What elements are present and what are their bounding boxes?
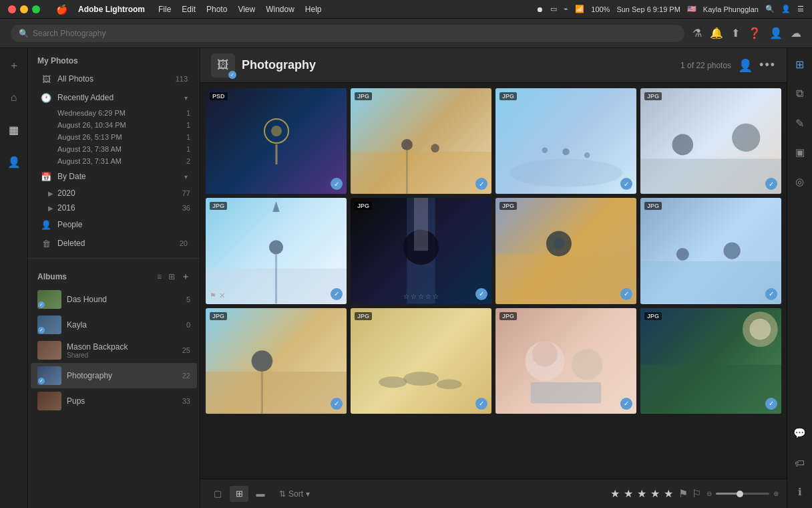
spotlight-icon[interactable]: 🔍	[765, 5, 775, 13]
star-2[interactable]: ★	[624, 487, 633, 500]
sort-button[interactable]: ⇅ Sort ▾	[275, 487, 314, 501]
flag-reject-btn[interactable]: ⚐	[692, 487, 701, 500]
photo-overlay-6	[495, 198, 636, 303]
albums-view-btns: ≡ ⊞	[155, 271, 177, 283]
sidebar-item-by-date[interactable]: 📅 By Date ▾	[31, 167, 197, 186]
maximize-button[interactable]	[32, 5, 40, 13]
recent-item-0[interactable]: Wednesday 6:29 PM 1	[28, 107, 200, 119]
zoom-thumb[interactable]	[737, 491, 743, 497]
photo-check-10[interactable]: ✓	[620, 398, 632, 410]
close-button[interactable]	[8, 5, 16, 13]
album-item-mason-backpack[interactable]: Mason Backpack Shared 25	[31, 338, 197, 363]
person-badge-icon[interactable]: 👤	[738, 58, 753, 73]
right-btn-redeye[interactable]: ◎	[791, 172, 809, 191]
right-btn-adjust[interactable]: ⊞	[791, 55, 809, 74]
share-icon[interactable]: ⬆	[731, 27, 740, 39]
sidebar-item-deleted[interactable]: 🗑 Deleted 20	[31, 234, 197, 253]
menu-view[interactable]: View	[238, 5, 255, 14]
photo-cell-11[interactable]: JPG ✓	[640, 308, 781, 414]
apple-icon[interactable]: 🍎	[56, 4, 67, 15]
rating-stars[interactable]: ★ ★ ★ ★ ★	[610, 487, 673, 500]
right-btn-tag[interactable]: 🏷	[791, 453, 809, 472]
photo-cell-4[interactable]: JPG ⚑ ✕ ✓	[206, 198, 347, 303]
recent-item-3[interactable]: August 23, 7:38 AM 1	[28, 143, 200, 155]
ellipsis-icon[interactable]: •••	[759, 58, 776, 72]
recent-item-4[interactable]: August 23, 7:31 AM 2	[28, 155, 200, 167]
right-btn-mask[interactable]: ▣	[791, 143, 809, 162]
photo-badge-6: JPG	[499, 202, 517, 210]
recent-count-3: 1	[186, 145, 190, 153]
recent-count-4: 2	[186, 157, 190, 165]
recent-item-1[interactable]: August 26, 10:34 PM 1	[28, 119, 200, 131]
photo-check-11[interactable]: ✓	[765, 398, 777, 410]
album-thumb-photography: ✓	[37, 366, 61, 385]
help-icon[interactable]: ❓	[748, 27, 761, 39]
photo-check-9[interactable]: ✓	[475, 398, 487, 410]
right-btn-heal[interactable]: ✎	[791, 114, 809, 132]
view-btn-detail[interactable]: ▬	[251, 486, 270, 502]
photo-cell-8[interactable]: JPG ✓	[206, 308, 347, 414]
menu-window[interactable]: Window	[266, 5, 294, 14]
cloud-icon[interactable]: ☁	[791, 27, 801, 39]
albums-add-button[interactable]: ＋	[181, 271, 190, 283]
photo-cell-0[interactable]: PSD ✓	[206, 88, 347, 194]
zoom-track[interactable]	[716, 493, 769, 495]
photo-badge-3: JPG	[644, 92, 662, 100]
album-item-photography[interactable]: ✓ Photography 22	[31, 363, 197, 388]
icon-sidebar: ＋ ⌂ ▦ 👤	[0, 48, 28, 508]
menu-file[interactable]: File	[158, 5, 171, 14]
sidebar-item-recently-added[interactable]: 🕐 Recently Added ▾	[31, 88, 197, 107]
photo-cell-3[interactable]: JPG ✓	[640, 88, 781, 194]
year-item-2016[interactable]: ▶ 2016 36	[28, 201, 200, 215]
right-btn-crop[interactable]: ⧉	[791, 84, 809, 103]
menu-help[interactable]: Help	[305, 5, 322, 14]
notification-icon[interactable]: 🔔	[710, 27, 723, 39]
photo-check-5[interactable]: ✓	[475, 288, 487, 300]
album-item-pups[interactable]: Pups 33	[31, 388, 197, 414]
albums-list-view[interactable]: ≡	[155, 271, 164, 283]
minimize-button[interactable]	[20, 5, 28, 13]
album-name-pups: Pups	[67, 396, 177, 406]
photo-check-7[interactable]: ✓	[765, 288, 777, 300]
right-btn-info[interactable]: ℹ	[791, 483, 809, 501]
photo-cell-2[interactable]: JPG ✓	[495, 88, 636, 194]
photo-cell-10[interactable]: JPG ✓	[495, 308, 636, 414]
view-btn-grid[interactable]: ⊞	[230, 486, 248, 502]
photo-cell-5[interactable]: JPG ☆ ☆ ☆ ☆ ☆ ✓	[351, 198, 491, 303]
sidebar-item-all-photos[interactable]: 🖼 All Photos 113	[31, 70, 197, 88]
profile-icon[interactable]: 👤	[781, 5, 791, 13]
right-btn-chat[interactable]: 💬	[791, 424, 809, 442]
albums-grid-view[interactable]: ⊞	[166, 271, 177, 283]
album-item-das-hound[interactable]: ✓ Das Hound 5	[31, 287, 197, 312]
people-icon-btn[interactable]: 👤	[3, 151, 25, 172]
photo-badge-7: JPG	[644, 202, 662, 210]
sidebar-item-people[interactable]: 👤 People	[31, 215, 197, 234]
recent-item-2[interactable]: August 26, 5:13 PM 1	[28, 131, 200, 143]
photo-check-8[interactable]: ✓	[331, 398, 343, 410]
photo-check-4[interactable]: ✓	[331, 288, 343, 300]
filter-icon[interactable]: ⚗	[692, 27, 702, 39]
home-icon-btn[interactable]: ⌂	[3, 87, 25, 108]
library-icon-btn[interactable]: ▦	[3, 119, 25, 140]
star-3[interactable]: ★	[637, 487, 646, 500]
year-item-2020[interactable]: ▶ 2020 77	[28, 186, 200, 201]
star-5[interactable]: ★	[664, 487, 673, 500]
photo-cell-1[interactable]: JPG ✓	[351, 88, 491, 194]
photo-check-6[interactable]: ✓	[620, 288, 632, 300]
photo-cell-9[interactable]: JPG ✓	[351, 308, 491, 414]
view-btn-single[interactable]: ▢	[208, 486, 227, 502]
star-4[interactable]: ★	[650, 487, 660, 500]
add-icon-btn[interactable]: ＋	[3, 55, 25, 76]
menu-photo[interactable]: Photo	[206, 5, 227, 14]
album-item-kayla[interactable]: ✓ Kayla 0	[31, 312, 197, 338]
profile-icon[interactable]: 👤	[769, 27, 783, 39]
search-input[interactable]	[33, 29, 676, 38]
flag-pick-btn[interactable]: ⚑	[678, 487, 688, 500]
star-1[interactable]: ★	[610, 487, 620, 500]
photo-cell-6[interactable]: JPG ✓	[495, 198, 636, 303]
photo-cell-7[interactable]: JPG ✓	[640, 198, 781, 303]
control-center-icon[interactable]: ☰	[797, 5, 804, 13]
search-wrap[interactable]: 🔍	[11, 25, 684, 42]
menu-edit[interactable]: Edit	[182, 5, 196, 14]
by-date-label: By Date	[57, 172, 179, 181]
